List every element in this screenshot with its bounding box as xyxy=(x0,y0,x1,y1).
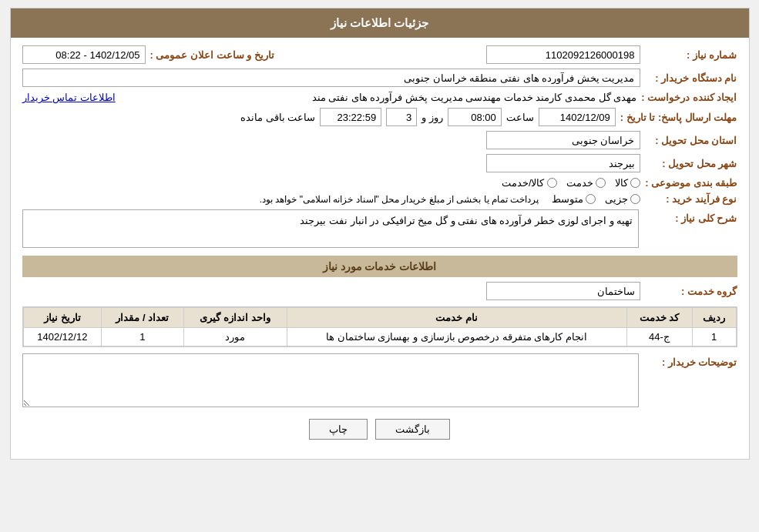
tvsif-label: توضیحات خریدار : xyxy=(645,356,737,368)
radio-kala-khedmat-label: کالا/خدمت xyxy=(502,177,545,189)
row-noefaraind: نوع فرآیند خرید : جزیی متوسط پرداخت تمام… xyxy=(22,193,737,205)
col-tedad: تعداد / مقدار xyxy=(102,308,183,328)
goroh-input[interactable] xyxy=(486,282,640,300)
radio-khedmat-label: خدمت xyxy=(566,177,593,189)
mohlat-baqi-input[interactable] xyxy=(320,108,381,126)
tvsif-textarea[interactable] xyxy=(22,353,639,407)
shahr-input[interactable] xyxy=(486,154,640,172)
row-goroh: گروه خدمت : xyxy=(22,282,737,300)
mohlat-label: مهلت ارسال پاسخ: تا تاریخ : xyxy=(620,112,737,123)
row-mohlat: مهلت ارسال پاسخ: تا تاریخ : ساعت روز و س… xyxy=(22,108,737,126)
radio-jozi: جزیی xyxy=(605,193,640,205)
row-shomara-tarikh: شماره نیاز : تاریخ و ساعت اعلان عمومی : xyxy=(22,45,737,64)
col-tarikh: تاریخ نیاز xyxy=(23,308,102,328)
tabaqe-radio-group: کالا خدمت کالا/خدمت xyxy=(502,177,640,189)
radio-motovasset-label: متوسط xyxy=(552,193,583,205)
tabaqe-label: طبقه بندی موضوعی : xyxy=(645,177,737,189)
buttons-row: بازگشت چاپ xyxy=(22,419,737,440)
row-tvsif: توضیحات خریدار : xyxy=(22,353,737,407)
radio-jozi-label: جزیی xyxy=(605,193,628,205)
row-namdastgah: نام دستگاه خریدار : xyxy=(22,69,737,87)
radio-kala-input[interactable] xyxy=(630,178,640,188)
row-shahr: شهر محل تحویل : xyxy=(22,154,737,172)
radio-khedmat: خدمت xyxy=(566,177,606,189)
sharh-value: تهیه و اجرای لوزی خطر فرآورده های نفتی و… xyxy=(300,215,633,226)
cell-tedad: 1 xyxy=(102,328,183,346)
ostan-input[interactable] xyxy=(486,131,640,149)
main-content: شماره نیاز : تاریخ و ساعت اعلان عمومی : … xyxy=(11,38,749,459)
baqi-label: ساعت باقی مانده xyxy=(240,112,315,123)
shahr-label: شهر محل تحویل : xyxy=(645,158,737,169)
rooz-label: روز و xyxy=(421,112,443,123)
cell-naam: انجام کارهای متفرقه درخصوص بازسازی و بهس… xyxy=(287,328,626,346)
ostan-label: استان محل تحویل : xyxy=(645,135,737,146)
ettelaat-link[interactable]: اطلاعات تماس خریدار xyxy=(22,92,116,103)
mohlat-rooz-input[interactable] xyxy=(386,108,417,126)
page-header: جزئیات اطلاعات نیاز xyxy=(11,8,749,38)
goroh-label: گروه خدمت : xyxy=(645,286,737,297)
row-ostan: استان محل تحویل : xyxy=(22,131,737,149)
table-row: 1 ج-44 انجام کارهای متفرقه درخصوص بازساز… xyxy=(23,328,736,346)
col-vahed: واحد اندازه گیری xyxy=(183,308,287,328)
mohlat-date-input[interactable] xyxy=(539,108,616,126)
radio-jozi-input[interactable] xyxy=(630,194,640,204)
cell-kod: ج-44 xyxy=(626,328,692,346)
radio-kala-label: کالا xyxy=(615,177,628,189)
row-ijadkonande: ایجاد کننده درخواست : مهدی گل محمدی کارم… xyxy=(22,92,737,103)
saat-label: ساعت xyxy=(506,112,534,123)
print-button[interactable]: چاپ xyxy=(309,419,368,440)
tarikh-input[interactable] xyxy=(22,45,146,64)
row-sharh: شرح کلی نیاز : تهیه و اجرای لوزی خطر فرآ… xyxy=(22,209,737,248)
namDastgah-label: نام دستگاه خریدار : xyxy=(645,72,737,84)
noefaraind-label: نوع فرآیند خرید : xyxy=(645,193,737,205)
header-title: جزئیات اطلاعات نیاز xyxy=(331,16,428,29)
col-kod: کد خدمت xyxy=(626,308,692,328)
mohlat-saat-input[interactable] xyxy=(448,108,502,126)
radio-motovasset: متوسط xyxy=(552,193,596,205)
radio-khedmat-input[interactable] xyxy=(596,178,606,188)
radio-kala-khedmat-input[interactable] xyxy=(547,178,557,188)
shomareNiaz-label: شماره نیاز : xyxy=(645,49,737,61)
noefaraind-radio-group: جزیی متوسط xyxy=(552,193,640,205)
radio-motovasset-input[interactable] xyxy=(586,194,596,204)
services-table-container: ردیف کد خدمت نام خدمت واحد اندازه گیری ت… xyxy=(22,306,737,347)
sharh-box: تهیه و اجرای لوزی خطر فرآورده های نفتی و… xyxy=(22,209,639,248)
row-tabaqe: طبقه بندی موضوعی : کالا خدمت کالا/خدمت xyxy=(22,177,737,189)
shomareNiaz-input[interactable] xyxy=(486,45,640,64)
cell-radif: 1 xyxy=(692,328,736,346)
col-naam: نام خدمت xyxy=(287,308,626,328)
ijadkonande-value: مهدی گل محمدی کارمند خدمات مهندسی مدیریت… xyxy=(120,92,637,103)
back-button[interactable]: بازگشت xyxy=(375,419,450,440)
cell-tarikh: 1402/12/12 xyxy=(23,328,102,346)
services-table: ردیف کد خدمت نام خدمت واحد اندازه گیری ت… xyxy=(23,307,737,346)
namDastgah-input[interactable] xyxy=(22,69,640,87)
tarikh-label: تاریخ و ساعت اعلان عمومی : xyxy=(150,49,274,61)
page-container: جزئیات اطلاعات نیاز شماره نیاز : تاریخ و… xyxy=(10,8,750,460)
radio-kala-khedmat: کالا/خدمت xyxy=(502,177,557,189)
col-radif: ردیف xyxy=(692,308,736,328)
radio-kala: کالا xyxy=(615,177,640,189)
ijadkonande-label: ایجاد کننده درخواست : xyxy=(641,92,737,103)
noefaraind-note: پرداخت تمام یا بخشی از مبلغ خریدار محل "… xyxy=(260,194,539,205)
cell-vahed: مورد xyxy=(183,328,287,346)
khadamat-section-header: اطلاعات خدمات مورد نیاز xyxy=(22,256,737,277)
sharh-label: شرح کلی نیاز : xyxy=(645,212,737,224)
